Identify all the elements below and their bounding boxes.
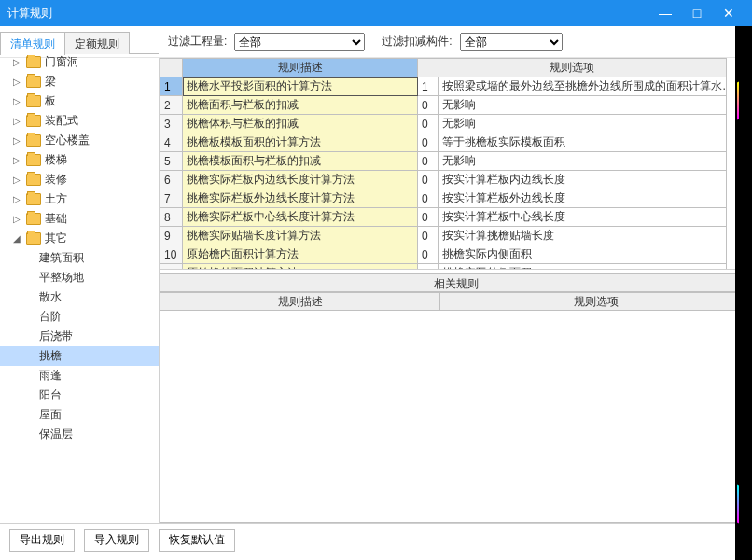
rule-option-text[interactable]: 按实计算栏板中心线长度 [439, 208, 727, 227]
rule-description[interactable]: 挑檐实际栏板外边线长度计算方法 [183, 189, 418, 208]
row-number: 5 [160, 152, 183, 171]
rule-description[interactable]: 原始檐外面积计算方法 [183, 264, 418, 271]
rule-option-text[interactable]: 挑檐实际外侧面积 [439, 264, 727, 271]
tree-item[interactable]: ▷梁 [0, 72, 159, 91]
rule-option-text[interactable]: 按实计算栏板外边线长度 [439, 189, 727, 208]
row-number: 3 [160, 115, 183, 133]
table-row[interactable]: 10原始檐内面积计算方法0挑檐实际内侧面积 [160, 245, 727, 264]
rule-description[interactable]: 挑檐板模板面积的计算方法 [183, 133, 418, 152]
caret-right-icon[interactable]: ▷ [11, 77, 22, 87]
table-row[interactable]: 1挑檐水平投影面积的计算方法1按照梁或墙的最外边线至挑檐外边线所围成的面积计算水… [160, 77, 727, 96]
tree-item[interactable]: ▷空心楼盖 [0, 131, 159, 150]
tree-subitem[interactable]: 散水 [0, 287, 159, 307]
filter-quantity-select[interactable]: 全部 [234, 33, 365, 51]
rule-description[interactable]: 挑檐体积与栏板的扣减 [183, 115, 418, 133]
tree-subitem[interactable]: 建筑面积 [0, 248, 159, 268]
row-number: 2 [160, 96, 183, 115]
rule-option-code[interactable]: 0 [418, 245, 439, 264]
tree-subitem[interactable]: 后浇带 [0, 327, 159, 346]
col-opt-header[interactable]: 规则选项 [418, 59, 727, 77]
rule-option-code[interactable]: 0 [418, 208, 439, 227]
rule-option-text[interactable]: 按实计算栏板内边线长度 [439, 171, 727, 189]
tree-item[interactable]: ▷装配式 [0, 111, 159, 131]
tab-list-rules[interactable]: 清单规则 [0, 32, 65, 55]
rule-option-code[interactable]: 0 [418, 171, 439, 189]
rule-option-code[interactable]: 0 [418, 115, 439, 133]
tree-item[interactable]: ▷基础 [0, 209, 159, 229]
rule-option-code[interactable]: 0 [418, 152, 439, 171]
minimize-button[interactable]: — [649, 0, 681, 26]
tree-subitem-label: 雨蓬 [39, 368, 62, 384]
caret-right-icon[interactable]: ▷ [11, 175, 22, 185]
col-desc-header[interactable]: 规则描述 [183, 59, 418, 77]
rules-grid[interactable]: 规则描述 规则选项 1挑檐水平投影面积的计算方法1按照梁或墙的最外边线至挑檐外边… [160, 58, 752, 270]
table-row[interactable]: 2挑檐面积与栏板的扣减0无影响 [160, 96, 727, 115]
rule-option-code[interactable]: 0 [418, 264, 439, 271]
rownum-header [160, 59, 183, 77]
table-row[interactable]: 8挑檐实际栏板中心线长度计算方法0按实计算栏板中心线长度 [160, 208, 727, 227]
tree-item[interactable]: ◢其它 [0, 229, 159, 248]
caret-right-icon[interactable]: ▷ [11, 116, 22, 126]
tree-subitem[interactable]: 台阶 [0, 307, 159, 327]
restore-default-button[interactable]: 恢复默认值 [159, 529, 235, 552]
rule-description[interactable]: 挑檐模板面积与栏板的扣减 [183, 152, 418, 171]
tree-subitem[interactable]: 雨蓬 [0, 366, 159, 385]
tree-subitem[interactable]: 保温层 [0, 425, 159, 444]
rule-option-text[interactable]: 按实计算挑檐贴墙长度 [439, 227, 727, 245]
rule-description[interactable]: 挑檐实际栏板中心线长度计算方法 [183, 208, 418, 227]
related-rules-body[interactable] [160, 311, 752, 523]
rule-option-text[interactable]: 等于挑檐板实际模板面积 [439, 133, 727, 152]
rule-option-text[interactable]: 按照梁或墙的最外边线至挑檐外边线所围成的面积计算水… [439, 77, 727, 96]
tree-subitem[interactable]: 屋面 [0, 405, 159, 425]
tree-item[interactable]: ▷楼梯 [0, 150, 159, 170]
table-row[interactable]: 5挑檐模板面积与栏板的扣减0无影响 [160, 152, 727, 171]
rule-option-code[interactable]: 0 [418, 227, 439, 245]
filter-deduct-select[interactable]: 全部 [460, 33, 563, 51]
rule-option-text[interactable]: 无影响 [439, 96, 727, 115]
related-desc-header: 规则描述 [160, 292, 439, 311]
table-row[interactable]: 9挑檐实际贴墙长度计算方法0按实计算挑檐贴墙长度 [160, 227, 727, 245]
related-rules-header: 相关规则 [160, 273, 752, 292]
caret-right-icon[interactable]: ▷ [11, 57, 22, 67]
rule-option-code[interactable]: 0 [418, 189, 439, 208]
table-row[interactable]: 4挑檐板模板面积的计算方法0等于挑檐板实际模板面积 [160, 133, 727, 152]
rule-description[interactable]: 挑檐实际贴墙长度计算方法 [183, 227, 418, 245]
tree-subitem[interactable]: 阳台 [0, 385, 159, 405]
table-row[interactable]: 7挑檐实际栏板外边线长度计算方法0按实计算栏板外边线长度 [160, 189, 727, 208]
caret-down-icon[interactable]: ◢ [11, 233, 22, 244]
rule-option-code[interactable]: 0 [418, 96, 439, 115]
rule-description[interactable]: 原始檐内面积计算方法 [183, 245, 418, 264]
rule-option-code[interactable]: 1 [418, 77, 439, 96]
rule-description[interactable]: 挑檐面积与栏板的扣减 [183, 96, 418, 115]
caret-right-icon[interactable]: ▷ [11, 96, 22, 106]
tree-item[interactable]: ▷土方 [0, 189, 159, 209]
import-rules-button[interactable]: 导入规则 [84, 529, 149, 552]
table-row[interactable]: 11原始檐外面积计算方法0挑檐实际外侧面积 [160, 264, 727, 271]
tree-item[interactable]: ▷装修 [0, 170, 159, 189]
rule-option-text[interactable]: 无影响 [439, 115, 727, 133]
export-rules-button[interactable]: 导出规则 [9, 529, 75, 552]
rule-option-text[interactable]: 挑檐实际内侧面积 [439, 245, 727, 264]
tree-subitem-label: 建筑面积 [39, 250, 84, 266]
tree-item[interactable]: ▷门窗洞 [0, 52, 159, 72]
table-row[interactable]: 3挑檐体积与栏板的扣减0无影响 [160, 115, 727, 133]
related-rules-columns: 规则描述 规则选项 [160, 292, 752, 311]
rule-description[interactable]: 挑檐实际栏板内边线长度计算方法 [183, 171, 418, 189]
caret-right-icon[interactable]: ▷ [11, 155, 22, 165]
maximize-button[interactable]: □ [681, 0, 713, 26]
caret-right-icon[interactable]: ▷ [11, 135, 22, 146]
table-row[interactable]: 6挑檐实际栏板内边线长度计算方法0按实计算栏板内边线长度 [160, 171, 727, 189]
caret-right-icon[interactable]: ▷ [11, 194, 22, 204]
folder-icon [26, 115, 41, 127]
caret-right-icon[interactable]: ▷ [11, 214, 22, 224]
rule-option-text[interactable]: 无影响 [439, 152, 727, 171]
tree-subitem[interactable]: 挑檐 [0, 346, 159, 366]
rule-option-code[interactable]: 0 [418, 133, 439, 152]
rule-description[interactable]: 挑檐水平投影面积的计算方法 [183, 77, 418, 96]
tree-item[interactable]: ▷板 [0, 91, 159, 111]
tree-item-label: 基础 [45, 211, 67, 227]
close-button[interactable]: ✕ [713, 0, 745, 26]
tree-subitem[interactable]: 平整场地 [0, 268, 159, 287]
tree-subitem-label: 保温层 [39, 427, 73, 442]
folder-icon [26, 213, 41, 225]
